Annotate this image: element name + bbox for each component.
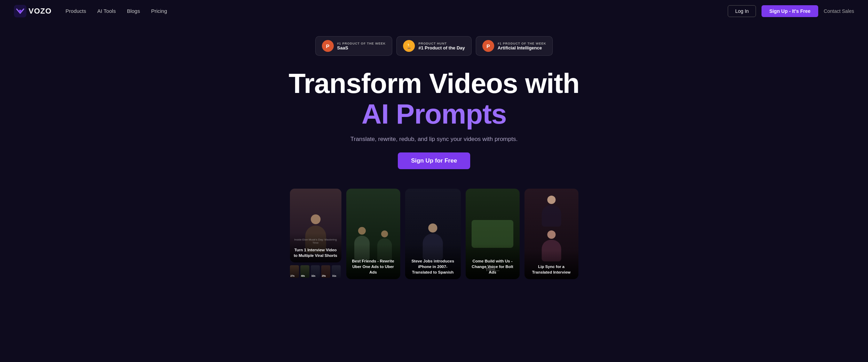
hero-headline: Transform Videos with AI Prompts — [7, 68, 861, 129]
logo[interactable]: VOZO — [14, 5, 52, 17]
hero-headline-purple: AI Prompts — [362, 99, 507, 129]
nav-right: Log In Sign Up - It's Free Contact Sales — [728, 5, 854, 17]
hero-subtitle: Translate, rewrite, redub, and lip sync … — [7, 136, 861, 143]
badge-product-day-icon: 🏆 — [403, 40, 415, 52]
thumb-2[interactable]: 48s — [300, 265, 309, 278]
badge-saas: P #1 Product of the Week SaaS — [315, 36, 393, 56]
contact-button[interactable]: Contact Sales — [824, 8, 854, 14]
badge-saas-icon: P — [322, 40, 334, 52]
video-card-3[interactable]: Steve Jobs introduces iPhone in 2007- Tr… — [405, 189, 461, 279]
badge-product-day: 🏆 Product Hunt #1 Product of the Day — [396, 36, 472, 56]
badge-ai-title: Artificial Intelligence — [498, 45, 546, 50]
nav-links: Products AI Tools Blogs Pricing — [65, 8, 167, 14]
card-1-label: Turn 1 Interview Video to Multiple Viral… — [290, 233, 341, 262]
video-card-5[interactable]: Lip Sync for a Translated Interview — [524, 189, 578, 279]
badge-ai-icon: P — [482, 40, 494, 52]
svg-point-1 — [19, 10, 22, 13]
badge-product-day-title: #1 Product of the Day — [418, 45, 465, 50]
badge-product-day-eyebrow: Product Hunt — [418, 42, 465, 45]
navbar: VOZO Products AI Tools Blogs Pricing Log… — [0, 0, 868, 22]
card-5-label: Lip Sync for a Translated Interview — [524, 250, 578, 279]
nav-item-products[interactable]: Products — [65, 8, 86, 14]
thumb-5[interactable]: 31s — [332, 265, 341, 278]
nav-item-pricing[interactable]: Pricing — [151, 8, 167, 14]
thumb-4[interactable]: 25s — [321, 265, 330, 278]
signup-button[interactable]: Sign Up - It's Free — [762, 5, 818, 17]
thumb-1[interactable]: 27s — [290, 265, 299, 278]
thumb-1-time: 27s — [291, 275, 295, 277]
badge-ai: P #1 Product of the Week Artificial Inte… — [476, 36, 553, 56]
thumb-2-time: 48s — [301, 275, 305, 277]
video-card-2[interactable]: Best Friends - Rewrite Uber One Ads to U… — [346, 189, 400, 279]
nav-left: VOZO Products AI Tools Blogs Pricing — [14, 5, 167, 17]
hero-section: Transform Videos with AI Prompts Transla… — [0, 56, 868, 176]
hero-headline-white: Transform Videos with — [289, 68, 579, 99]
badge-saas-title: SaaS — [337, 45, 386, 50]
video-grid: Inside Elon Musk's Day: Mastering Time T… — [0, 176, 868, 300]
badge-saas-eyebrow: #1 Product of the Week — [337, 42, 386, 45]
card-1-thumbnails: 27s 48s 32s 25s 31s — [290, 265, 341, 278]
badge-ai-eyebrow: #1 Product of the Week — [498, 42, 546, 45]
nav-item-blogs[interactable]: Blogs — [127, 8, 140, 14]
nav-item-ai-tools[interactable]: AI Tools — [97, 8, 116, 14]
badges-row: P #1 Product of the Week SaaS 🏆 Product … — [0, 36, 868, 56]
logo-text: VOZO — [29, 7, 52, 16]
hero-cta-button[interactable]: Sign Up for Free — [398, 152, 470, 169]
video-card-4[interactable]: This... Come Build with Us - Change Voic… — [466, 189, 520, 279]
thumb-3-time: 32s — [311, 275, 316, 277]
thumb-3[interactable]: 32s — [311, 265, 320, 278]
card-4-label: Come Build with Us - Change Voice for Bo… — [466, 244, 520, 279]
thumb-4-time: 25s — [322, 275, 326, 277]
card-3-label: Steve Jobs introduces iPhone in 2007- Tr… — [405, 244, 461, 279]
card-2-label: Best Friends - Rewrite Uber One Ads to U… — [346, 244, 400, 279]
thumb-5-time: 31s — [332, 275, 337, 277]
video-card-1[interactable]: Inside Elon Musk's Day: Mastering Time T… — [290, 189, 341, 279]
login-button[interactable]: Log In — [728, 5, 756, 17]
